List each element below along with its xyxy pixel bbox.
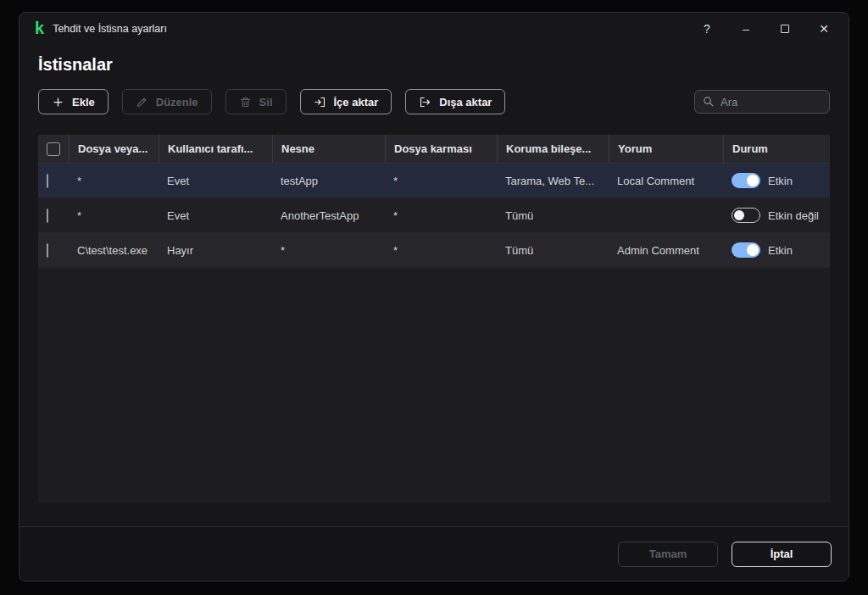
cell-hash: *	[385, 175, 497, 187]
cell-component: Tümü	[497, 209, 609, 222]
add-button[interactable]: Ekle	[38, 89, 108, 114]
minimize-button[interactable]: –	[726, 15, 765, 42]
cell-user: Evet	[159, 175, 272, 187]
pencil-icon	[136, 96, 148, 108]
toggle-knob	[747, 175, 759, 186]
exclusions-table: Dosya veya... Kullanıcı tarafı... Nesne …	[38, 135, 830, 503]
search-input[interactable]	[694, 90, 830, 114]
close-icon: ✕	[819, 22, 829, 36]
search-icon	[702, 95, 715, 108]
import-icon	[314, 96, 326, 108]
table-row[interactable]: * Evet testApp * Tarama, Web Te... Local…	[38, 164, 830, 198]
column-header-hash[interactable]: Dosya karması	[385, 135, 497, 163]
delete-button[interactable]: Sil	[225, 89, 287, 114]
table-row[interactable]: C\test\test.exe Hayır * * Tümü Admin Com…	[38, 233, 830, 268]
status-toggle[interactable]	[732, 242, 760, 258]
cell-object: *	[272, 244, 385, 257]
column-header-file[interactable]: Dosya veya...	[69, 135, 159, 163]
cell-hash: *	[385, 244, 497, 257]
cell-file: C\test\test.exe	[69, 244, 159, 257]
kaspersky-logo-icon: k	[35, 19, 44, 36]
row-checkbox[interactable]	[47, 209, 48, 223]
cell-component: Tarama, Web Te...	[497, 175, 609, 187]
cell-status: Etkin değil	[723, 208, 830, 223]
export-button-label: Dışa aktar	[439, 96, 492, 108]
maximize-icon	[781, 25, 789, 33]
cell-user: Evet	[159, 209, 272, 222]
cell-hash: *	[385, 209, 497, 222]
titlebar: k Tehdit ve İstisna ayarları ? – ✕	[19, 13, 849, 45]
cell-status: Etkin	[723, 173, 830, 188]
cell-comment: Local Comment	[609, 175, 723, 187]
help-icon: ?	[704, 22, 710, 36]
cell-object: AnotherTestApp	[272, 209, 385, 222]
select-all-checkbox[interactable]	[47, 142, 60, 156]
page-title: İstisnalar	[38, 55, 830, 75]
cell-file: *	[69, 209, 159, 222]
row-checkbox-cell	[38, 175, 69, 187]
row-checkbox-cell	[38, 209, 69, 222]
header-checkbox-cell	[38, 135, 69, 163]
delete-button-label: Sil	[259, 96, 273, 108]
toggle-knob	[734, 210, 744, 220]
table-empty-area	[38, 268, 830, 503]
plus-icon	[52, 96, 64, 108]
cell-comment: Admin Comment	[609, 244, 723, 257]
minimize-icon: –	[743, 22, 749, 36]
toggle-knob	[747, 244, 759, 256]
row-checkbox[interactable]	[47, 174, 48, 188]
trash-icon	[239, 96, 252, 108]
cell-status: Etkin	[723, 242, 830, 258]
table-row[interactable]: * Evet AnotherTestApp * Tümü Etkin değil	[38, 198, 830, 233]
close-button[interactable]: ✕	[804, 15, 843, 42]
column-header-user[interactable]: Kullanıcı tarafı...	[159, 135, 272, 163]
column-header-component[interactable]: Koruma bileşe...	[497, 135, 609, 163]
help-button[interactable]: ?	[687, 15, 726, 42]
cell-user: Hayır	[159, 244, 272, 257]
maximize-button[interactable]	[765, 15, 804, 42]
toolbar: Ekle Düzenle Sil İçe aktar Dışa aktar	[38, 89, 830, 114]
edit-button-label: Düzenle	[156, 96, 198, 108]
footer: Tamam İptal	[19, 526, 849, 581]
ok-button[interactable]: Tamam	[618, 542, 718, 567]
status-toggle[interactable]	[732, 173, 760, 188]
column-header-status[interactable]: Durum	[723, 135, 830, 163]
column-header-comment[interactable]: Yorum	[609, 135, 723, 163]
export-button[interactable]: Dışa aktar	[405, 89, 505, 114]
app-window: k Tehdit ve İstisna ayarları ? – ✕ İstis…	[19, 12, 849, 581]
import-button[interactable]: İçe aktar	[300, 89, 392, 114]
column-header-object[interactable]: Nesne	[272, 135, 385, 163]
status-label: Etkin	[768, 244, 793, 257]
search-box	[694, 90, 830, 114]
import-button-label: İçe aktar	[334, 96, 379, 108]
export-icon	[419, 96, 431, 108]
cell-file: *	[69, 175, 159, 187]
cancel-button[interactable]: İptal	[732, 542, 832, 567]
table-header: Dosya veya... Kullanıcı tarafı... Nesne …	[38, 135, 830, 164]
edit-button[interactable]: Düzenle	[122, 89, 212, 114]
status-label: Etkin değil	[768, 209, 819, 222]
cell-component: Tümü	[497, 244, 609, 257]
status-toggle[interactable]	[732, 208, 760, 223]
row-checkbox[interactable]	[47, 243, 48, 258]
row-checkbox-cell	[38, 244, 69, 257]
cell-object: testApp	[272, 175, 385, 187]
status-label: Etkin	[768, 175, 793, 187]
window-title: Tehdit ve İstisna ayarları	[53, 23, 167, 35]
add-button-label: Ekle	[72, 96, 95, 108]
